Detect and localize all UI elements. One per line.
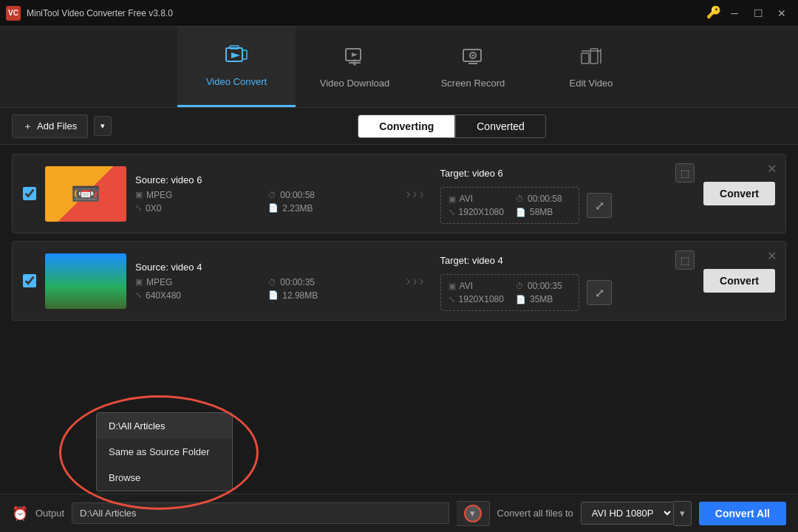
converting-tab[interactable]: Converting <box>358 115 455 138</box>
title-bar: VC MiniTool Video Converter Free v3.8.0 … <box>0 0 798 27</box>
card2-format: ▣ MPEG <box>135 277 256 287</box>
tab-edit-video-label: Edit Video <box>569 78 613 89</box>
minimize-button[interactable]: ─ <box>724 5 745 21</box>
card2-target-format: ▣ AVI <box>449 281 504 291</box>
file-icon: 📄 <box>268 203 279 213</box>
converted-tab[interactable]: Converted <box>455 115 546 138</box>
card2-resolution: ⤡ 640X480 <box>135 290 256 301</box>
card1-target-meta: ▣ AVI ⏱ 00:00:58 ⤡ 1920X1080 📄 58MB <box>440 187 580 224</box>
format-dropdown-arrow[interactable]: ▾ <box>674 501 692 526</box>
add-files-button[interactable]: ＋ Add Files <box>12 115 88 138</box>
card1-close-button[interactable]: ✕ <box>763 160 780 177</box>
card1-size: 📄 2.23MB <box>268 203 389 214</box>
dropdown-item-browse[interactable]: Browse <box>97 465 232 491</box>
tab-screen-record[interactable]: Screen Record <box>414 27 532 107</box>
card1-source-label: Source: video 6 <box>135 174 390 185</box>
card2-source-label: Source: video 4 <box>135 262 390 273</box>
card2-size: 📄 12.98MB <box>268 290 389 301</box>
c2-target-file-icon: 📄 <box>516 295 526 304</box>
card1-duration: ⏱ 00:00:58 <box>268 190 389 200</box>
output-path-input[interactable] <box>72 502 449 524</box>
convert-all-label: Convert all files to <box>497 508 573 519</box>
output-dropdown-button[interactable]: ▾ <box>457 501 490 526</box>
tab-pills: Converting Converted <box>358 115 545 138</box>
card2-duration: ⏱ 00:00:35 <box>268 277 389 287</box>
card2-target-meta: ▣ AVI ⏱ 00:00:35 ⤡ 1920X1080 📄 35MB <box>440 274 580 311</box>
target-file-icon: 📄 <box>516 208 526 217</box>
footer: ⏰ Output ▾ Convert all files to AVI HD 1… <box>0 494 798 532</box>
c2-file-icon: 📄 <box>268 290 279 300</box>
card1-format: ▣ MPEG <box>135 190 256 200</box>
card2-target-edit-button[interactable]: ⬚ <box>675 250 695 270</box>
clock-icon: ⏱ <box>268 191 276 200</box>
card2-target-top: Target: video 4 ⬚ <box>440 250 695 270</box>
tab-video-convert-label: Video Convert <box>206 76 267 87</box>
close-button[interactable]: ✕ <box>771 5 792 21</box>
tab-screen-record-label: Screen Record <box>441 78 505 89</box>
app-logo: VC <box>6 6 21 21</box>
output-dropdown-menu: D:\All Articles Same as Source Folder Br… <box>96 412 233 491</box>
card1-resolution: ⤡ 0X0 <box>135 203 256 214</box>
svg-point-8 <box>472 54 474 56</box>
card1-target-label: Target: video 6 <box>440 168 503 179</box>
svg-rect-10 <box>582 53 589 64</box>
arrow3: › <box>420 186 424 202</box>
card2-target-duration: ⏱ 00:00:35 <box>516 281 571 291</box>
c2-target-clock-icon: ⏱ <box>516 282 524 290</box>
video-card-2: Source: video 4 ▣ MPEG ⏱ 00:00:35 ⤡ 640X… <box>12 241 786 321</box>
card2-thumbnail <box>45 253 126 309</box>
format-icon: ▣ <box>135 190 143 200</box>
c2-format-icon: ▣ <box>135 277 143 287</box>
card2-target: Target: video 4 ⬚ ▣ AVI ⏱ 00:00:35 ⤡ <box>440 250 695 311</box>
card2-target-expand-button[interactable]: ⤢ <box>587 280 612 305</box>
card1-thumbnail: 📼 <box>45 166 126 222</box>
add-files-label: Add Files <box>37 120 77 132</box>
tab-video-download-label: Video Download <box>320 78 389 89</box>
content-area: 📼 Source: video 6 ▣ MPEG ⏱ 00:00:58 ⤡ 0X… <box>0 145 798 330</box>
card1-target-expand-button[interactable]: ⤢ <box>587 193 612 218</box>
maximize-button[interactable]: ☐ <box>748 5 768 21</box>
c2-target-format-icon: ▣ <box>449 282 456 291</box>
dropdown-circle-icon: ▾ <box>464 505 482 522</box>
screen-record-icon <box>461 46 485 72</box>
card2-meta: ▣ MPEG ⏱ 00:00:35 ⤡ 640X480 📄 12.98MB <box>135 277 390 301</box>
title-bar-controls: 🔑 ─ ☐ ✕ <box>706 5 792 21</box>
c2-clock-icon: ⏱ <box>268 278 276 287</box>
card2-target-size: 📄 35MB <box>516 294 571 304</box>
toolbar: ＋ Add Files ▾ Converting Converted <box>0 108 798 145</box>
tab-edit-video[interactable]: Edit Video <box>532 27 650 107</box>
card1-convert-button[interactable]: Convert <box>703 182 775 205</box>
add-files-dropdown-button[interactable]: ▾ <box>94 116 112 136</box>
edit-video-icon <box>579 46 603 72</box>
card2-checkbox[interactable] <box>23 274 36 287</box>
cassette-icon: 📼 <box>71 180 100 208</box>
video-convert-icon <box>225 44 248 70</box>
card1-target-edit-button[interactable]: ⬚ <box>675 163 695 183</box>
card1-target-resolution: ⤡ 1920X1080 <box>449 207 504 217</box>
output-clock-icon: ⏰ <box>12 505 28 522</box>
format-select[interactable]: AVI HD 1080P <box>581 502 674 525</box>
c2-arrow3: › <box>420 273 424 289</box>
arrows-separator-2: › › › <box>399 273 432 289</box>
tab-video-download[interactable]: Video Download <box>296 27 414 107</box>
tab-video-convert[interactable]: Video Convert <box>177 27 296 107</box>
card1-target-duration: ⏱ 00:00:58 <box>516 194 571 204</box>
card1-target-format: ▣ AVI <box>449 194 504 204</box>
output-label: Output <box>35 508 64 519</box>
card1-target-top: Target: video 6 ⬚ <box>440 163 695 183</box>
res-icon: ⤡ <box>135 203 142 213</box>
target-format-icon: ▣ <box>449 194 456 204</box>
card1-checkbox[interactable] <box>23 187 36 200</box>
c2-arrow2: › <box>413 273 417 289</box>
dropdown-item-same-as-source[interactable]: Same as Source Folder <box>97 439 232 465</box>
card1-target-size: 📄 58MB <box>516 207 571 217</box>
dropdown-item-all-articles[interactable]: D:\All Articles <box>97 413 232 439</box>
target-res-icon: ⤡ <box>449 208 455 217</box>
card2-close-button[interactable]: ✕ <box>763 248 780 264</box>
card2-source-info: Source: video 4 ▣ MPEG ⏱ 00:00:35 ⤡ 640X… <box>135 262 390 301</box>
video-card-1: 📼 Source: video 6 ▣ MPEG ⏱ 00:00:58 ⤡ 0X… <box>12 154 786 233</box>
convert-all-button[interactable]: Convert All <box>699 502 786 525</box>
nav-tabs: Video Convert Video Download Screen Reco… <box>0 27 798 108</box>
format-selector: AVI HD 1080P ▾ <box>581 501 692 526</box>
card2-convert-button[interactable]: Convert <box>703 269 775 293</box>
